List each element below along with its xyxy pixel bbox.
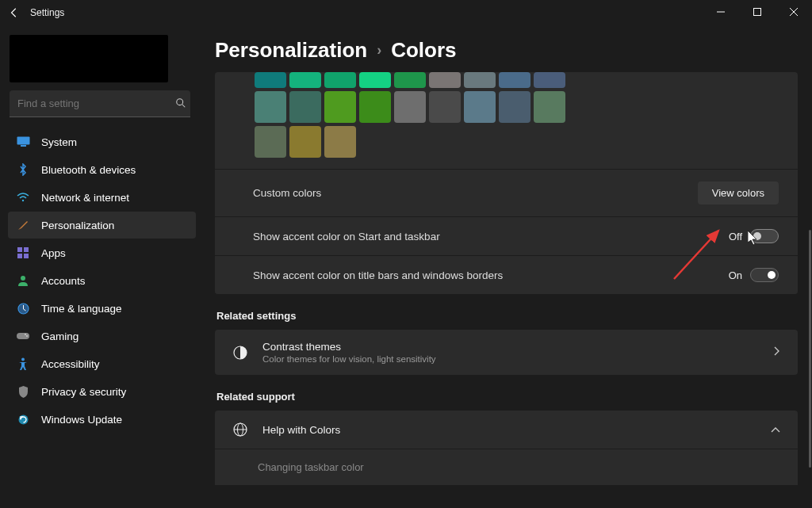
monitor-icon <box>16 135 30 149</box>
contrast-themes-sub: Color themes for low vision, light sensi… <box>262 354 774 364</box>
sidebar-item-privacy[interactable]: Privacy & security <box>8 378 196 405</box>
accent-colors-panel: Custom colors View colors Show accent co… <box>215 72 798 294</box>
chevron-up-icon <box>771 424 780 436</box>
color-swatch[interactable] <box>324 126 356 158</box>
sidebar: System Bluetooth & devices Network & int… <box>0 25 204 508</box>
person-icon <box>16 273 30 288</box>
sidebar-item-network[interactable]: Network & internet <box>8 184 196 211</box>
chevron-right-icon <box>774 346 780 358</box>
color-swatch[interactable] <box>394 91 426 123</box>
globe-icon <box>232 422 248 437</box>
sidebar-item-label: Bluetooth & devices <box>41 164 136 176</box>
svg-point-18 <box>21 358 25 361</box>
sidebar-item-label: Gaming <box>41 330 79 342</box>
color-swatch[interactable] <box>255 126 286 158</box>
breadcrumb: Personalization › Colors <box>215 38 798 63</box>
color-swatch[interactable] <box>359 91 391 123</box>
svg-point-13 <box>21 276 25 281</box>
sidebar-item-label: Time & language <box>41 303 122 315</box>
svg-point-4 <box>177 99 183 105</box>
sidebar-item-label: Accounts <box>41 275 86 287</box>
color-swatch[interactable] <box>394 72 426 88</box>
svg-rect-11 <box>17 254 22 258</box>
sidebar-item-update[interactable]: Windows Update <box>8 406 196 433</box>
view-colors-button[interactable]: View colors <box>698 181 779 204</box>
color-swatch[interactable] <box>429 91 461 123</box>
related-settings-header: Related settings <box>216 310 798 322</box>
color-swatch[interactable] <box>255 72 286 88</box>
svg-rect-1 <box>754 9 761 16</box>
close-button[interactable] <box>776 0 812 24</box>
svg-point-16 <box>25 334 26 335</box>
window-title: Settings <box>30 7 64 18</box>
color-swatch[interactable] <box>464 72 496 88</box>
color-swatch[interactable] <box>534 72 565 88</box>
contrast-themes-title: Contrast themes <box>262 341 774 353</box>
sidebar-item-bluetooth[interactable]: Bluetooth & devices <box>8 156 196 183</box>
scrollbar-thumb[interactable] <box>809 230 811 468</box>
maximize-button[interactable] <box>739 0 776 24</box>
svg-point-17 <box>26 335 28 337</box>
chevron-right-icon: › <box>377 42 381 59</box>
paintbrush-icon <box>16 218 30 232</box>
svg-point-19 <box>18 414 28 424</box>
color-swatch[interactable] <box>255 91 286 123</box>
color-swatch[interactable] <box>324 72 356 88</box>
close-icon <box>790 8 798 16</box>
sidebar-item-system[interactable]: System <box>8 128 196 155</box>
color-swatch[interactable] <box>289 72 321 88</box>
svg-rect-10 <box>24 247 29 252</box>
update-icon <box>16 412 30 426</box>
custom-colors-label: Custom colors <box>253 187 321 199</box>
maximize-icon <box>753 8 761 16</box>
sidebar-item-label: Apps <box>41 247 66 259</box>
color-swatch[interactable] <box>534 91 565 123</box>
sidebar-item-apps[interactable]: Apps <box>8 239 196 266</box>
accent-title-label: Show accent color on title bars and wind… <box>253 269 503 281</box>
back-button[interactable] <box>6 5 22 21</box>
account-box[interactable] <box>10 35 168 82</box>
sidebar-item-time[interactable]: Time & language <box>8 295 196 322</box>
color-swatch[interactable] <box>464 91 496 123</box>
breadcrumb-current: Colors <box>391 38 456 63</box>
accent-start-row: Show accent color on Start and taskbar O… <box>215 216 798 255</box>
sidebar-item-label: System <box>41 136 77 148</box>
search-input[interactable] <box>10 90 190 117</box>
sidebar-item-accounts[interactable]: Accounts <box>8 267 196 294</box>
sidebar-item-accessibility[interactable]: Accessibility <box>8 350 196 377</box>
color-swatch[interactable] <box>499 72 530 88</box>
related-support-header: Related support <box>216 391 798 403</box>
main-pane: Personalization › Colors <box>204 25 812 508</box>
sidebar-item-personalization[interactable]: Personalization <box>8 212 196 239</box>
accent-start-label: Show accent color on Start and taskbar <box>253 231 440 243</box>
color-swatch[interactable] <box>289 91 321 123</box>
gamepad-icon <box>16 329 30 343</box>
accessibility-icon <box>16 357 30 371</box>
color-swatch[interactable] <box>499 91 530 123</box>
color-swatch[interactable] <box>429 72 461 88</box>
color-swatch[interactable] <box>324 91 356 123</box>
scrollbar[interactable] <box>809 71 811 491</box>
color-swatch[interactable] <box>359 72 391 88</box>
toggle-state-label: On <box>729 269 742 281</box>
accent-title-toggle[interactable] <box>750 268 779 282</box>
minimize-icon <box>717 8 725 16</box>
globe-clock-icon <box>16 301 30 315</box>
changing-taskbar-color-link[interactable]: Changing taskbar color <box>215 449 798 485</box>
sidebar-item-label: Privacy & security <box>41 386 126 398</box>
color-swatch[interactable] <box>289 126 321 158</box>
arrow-left-icon <box>9 7 20 18</box>
breadcrumb-parent[interactable]: Personalization <box>215 38 367 63</box>
bluetooth-icon <box>16 162 30 177</box>
help-with-colors-card[interactable]: Help with Colors <box>215 411 798 449</box>
search-icon <box>175 97 186 111</box>
sidebar-item-label: Personalization <box>41 220 114 231</box>
minimize-button[interactable] <box>703 0 739 24</box>
contrast-themes-card[interactable]: Contrast themes Color themes for low vis… <box>215 330 798 375</box>
sidebar-item-label: Accessibility <box>41 358 100 370</box>
sidebar-item-gaming[interactable]: Gaming <box>8 323 196 349</box>
accent-start-toggle[interactable] <box>750 229 779 243</box>
accent-title-row: Show accent color on title bars and wind… <box>215 255 798 294</box>
svg-rect-12 <box>24 254 29 258</box>
sidebar-item-label: Network & internet <box>41 192 129 204</box>
